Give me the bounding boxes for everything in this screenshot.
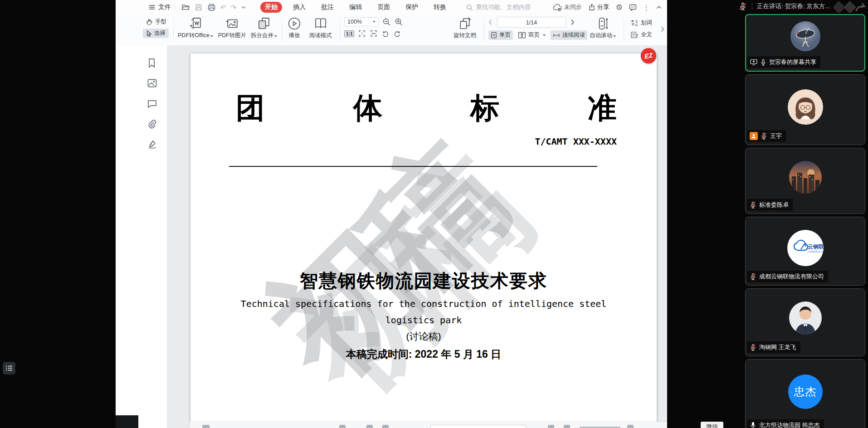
next-page-icon[interactable] [571,19,575,25]
rotate-document-button[interactable]: 旋转文档 [450,16,479,39]
single-page-button[interactable]: 单页 [488,30,513,40]
play-button[interactable]: 播放 [284,16,304,39]
document-viewer[interactable]: 初稿 初稿 团体标准 T/CAMT XXX-XXXX 智慧钢铁物流园建设技术要求… [167,45,667,428]
wechat-tooltip[interactable]: 微信 [701,422,723,428]
participant-tile[interactable]: 贺宗春的屏幕共享 [745,14,865,72]
share-icon[interactable] [588,4,595,11]
continuous-reading-icon [553,32,560,39]
tab-insert[interactable]: 插入 [288,2,310,13]
rotate-right-icon[interactable] [393,29,401,38]
pdf-app-window: 文件 ↶ ↷ 开始 插入 批注 编辑 页面 保护 转换 查找功能、文档内容 未同… [116,0,667,428]
read-mode-button[interactable]: 阅读模式 [306,16,335,39]
woman-avatar [788,89,823,125]
svg-text:云钢联: 云钢联 [808,243,824,250]
avatar [789,302,822,334]
avatar [789,161,822,194]
tab-edit[interactable]: 编辑 [345,2,366,13]
tab-convert[interactable]: 转换 [429,2,451,13]
status-icon[interactable] [564,425,570,428]
participant-tile[interactable]: 忠杰 北方恒达物流园 韩忠杰 [745,359,865,428]
select-tool-button[interactable]: 选择 [143,29,169,38]
participant-tile[interactable]: 标准委陈卓 [745,148,865,214]
word-translate-icon [630,19,639,27]
status-icon[interactable] [548,425,554,428]
hamburger-icon[interactable] [148,4,156,11]
thumbnails-icon[interactable] [147,79,157,88]
status-input-partial[interactable] [430,425,526,428]
toolbar-expand-icon[interactable] [661,26,664,32]
search-icon[interactable] [466,4,473,11]
open-icon[interactable] [181,4,190,11]
participant-panel: 贺宗春的屏幕共享 王宇 [745,14,865,428]
continuous-reading-button[interactable]: 连续阅读 [551,30,587,40]
comment-icon[interactable] [629,4,637,11]
fit-width-icon[interactable] [370,29,378,38]
divider [752,3,752,10]
participant-tile[interactable]: 淘钢网 王龙飞 [745,288,865,356]
gear-icon[interactable]: ⚙ [616,4,623,11]
status-icon[interactable] [339,425,346,428]
zoom-out-icon[interactable] [382,18,391,26]
zoom-level-select[interactable]: 100% [344,17,379,26]
zoom-in-icon[interactable] [395,18,403,26]
pdf-to-image-icon [224,16,240,31]
undo-icon[interactable]: ↶ [220,4,226,11]
completion-date-line: 本稿完成时间: 2022 年 5 月 16 日 [190,347,657,361]
split-merge-button[interactable]: 拆分合并 [250,16,278,39]
hand-tool-button[interactable]: 手型 [143,17,169,27]
pdf-to-image-button[interactable]: PDF转图片 [217,16,247,39]
participant-tile[interactable]: 云钢联 YUNGANGLIAN 成都云钢联物流有限公司 [745,217,865,286]
participant-name: 王宇 [770,132,782,140]
collapse-ribbon-icon[interactable] [656,5,662,9]
redo-icon[interactable]: ↷ [231,4,237,11]
rotate-left-icon[interactable] [381,29,390,38]
full-text-translate-icon [630,31,639,39]
save-icon[interactable] [195,4,202,11]
play-icon [287,16,302,31]
page-indicator-input[interactable]: 1/14 [526,19,537,26]
avatar [788,89,823,125]
list-icon [5,365,13,371]
tab-page[interactable]: 页面 [373,2,395,13]
tab-protect[interactable]: 保护 [401,2,423,13]
tab-annotate[interactable]: 批注 [317,2,338,13]
search-input[interactable]: 查找功能、文档内容 [476,3,531,11]
print-icon[interactable] [208,4,215,11]
status-icon[interactable] [382,425,389,428]
presenter-badge-icon [750,132,758,140]
file-menu[interactable]: 文件 [158,3,171,11]
bottom-left-notch [116,415,138,428]
double-page-button[interactable]: 双页 [516,30,548,40]
signature-icon[interactable] [147,140,157,149]
comments-panel-icon[interactable] [147,100,157,108]
status-icon[interactable] [202,425,210,428]
bookmark-icon[interactable] [147,58,156,68]
share-label[interactable]: 分享 [597,3,610,11]
more-vertical-icon[interactable]: ⋮ [643,4,650,11]
attachment-icon[interactable] [147,119,156,129]
document-subtitle-en-2: logistics park [190,315,657,326]
doc-type-heading: 团体标准 [236,93,617,122]
status-icon[interactable] [366,425,373,428]
draft-note: (讨论稿) [190,330,657,343]
outline-button[interactable] [3,362,15,374]
fit-page-icon[interactable] [358,29,366,38]
status-bar-partial [190,422,667,428]
cloud-unsynced-icon[interactable] [552,4,562,11]
mic-muted-icon[interactable] [738,2,747,11]
man-suit-avatar [789,302,822,334]
chevron-down-icon[interactable] [241,5,246,9]
mic-on-icon [760,59,766,66]
auto-scroll-button[interactable]: 自动滚动 [588,16,617,39]
pdf-page: 初稿 初稿 团体标准 T/CAMT XXX-XXXX 智慧钢铁物流园建设技术要求… [190,54,657,428]
pdf-to-office-button[interactable]: PDF转Office [177,16,214,39]
status-icon[interactable] [627,425,634,428]
floating-red-badge[interactable]: EZ [641,48,656,63]
yunganglian-logo-avatar: 云钢联 YUNGANGLIAN [787,230,824,266]
standard-code: T/CAMT XXX-XXXX [236,136,617,147]
participant-name: 成都云钢联物流有限公司 [759,272,824,281]
participant-tile[interactable]: 王宇 [745,74,865,145]
actual-size-button[interactable]: 1:1 [344,30,354,37]
previous-page-icon[interactable] [488,19,493,25]
tab-home[interactable]: 开始 [260,2,282,13]
